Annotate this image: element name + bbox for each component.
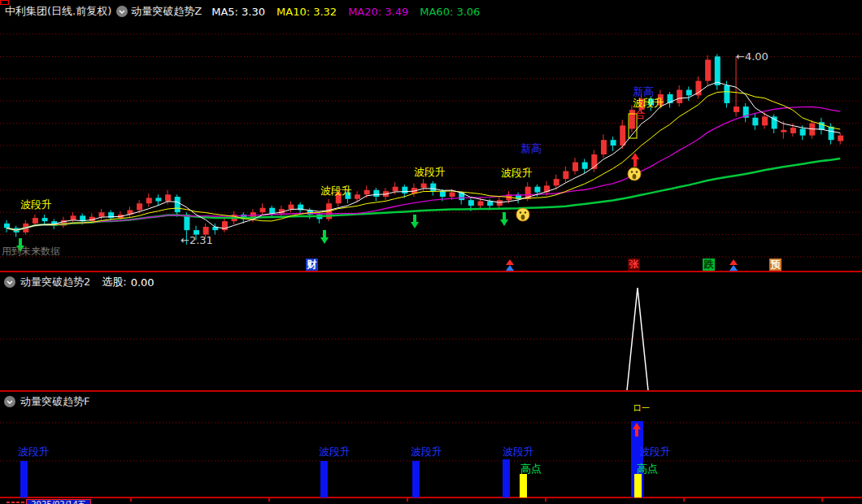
panel2-header: 动量突破趋势2 选股: 0.00 bbox=[4, 275, 155, 289]
chart-background bbox=[0, 0, 862, 504]
candle-body bbox=[146, 198, 152, 203]
candle-body bbox=[393, 187, 398, 191]
candle-body bbox=[734, 106, 739, 112]
candle-body bbox=[648, 98, 654, 105]
status-bar: 2025/02/14五 bbox=[0, 498, 862, 504]
candle-body bbox=[42, 218, 48, 221]
axis-tick bbox=[821, 498, 823, 502]
candle-body bbox=[829, 127, 834, 140]
candlestick-chart[interactable] bbox=[0, 0, 862, 504]
candle-body bbox=[658, 94, 664, 106]
panel3-header: 动量突破趋势F bbox=[4, 394, 89, 409]
select-label: 选股: bbox=[102, 275, 126, 289]
smiley-face-icon bbox=[628, 167, 641, 180]
axis-dash bbox=[21, 502, 24, 503]
ma-value-label: MA60: 3.06 bbox=[420, 6, 480, 18]
panel2-title: 动量突破趋势2 bbox=[20, 275, 90, 289]
stock-title: 中利集团(日线.前复权) bbox=[5, 4, 111, 19]
candle-body bbox=[402, 187, 407, 193]
select-value: 0.00 bbox=[131, 276, 155, 289]
candle-body bbox=[355, 194, 360, 198]
candle-body bbox=[33, 218, 38, 224]
indicator-name: 动量突破趋势Z bbox=[131, 4, 202, 19]
candle-body bbox=[620, 125, 625, 146]
panel3-title: 动量突破趋势F bbox=[20, 394, 89, 409]
smiley-face-icon bbox=[516, 208, 529, 221]
ma-values-row: MA5: 3.30MA10: 3.32MA20: 3.49MA60: 3.06 bbox=[211, 6, 480, 18]
candle-body bbox=[611, 140, 616, 146]
axis-dash bbox=[11, 502, 15, 503]
candle-body bbox=[364, 190, 370, 194]
candle-body bbox=[175, 197, 181, 212]
candle-body bbox=[468, 200, 474, 206]
axis-tick bbox=[683, 498, 685, 502]
candle-body bbox=[450, 193, 455, 197]
chevron-down-icon[interactable] bbox=[116, 6, 128, 17]
candle-body bbox=[478, 202, 484, 206]
candle-body bbox=[601, 140, 607, 154]
ma-value-label: MA5: 3.30 bbox=[211, 6, 265, 18]
candle-body bbox=[639, 98, 645, 110]
candle-body bbox=[165, 194, 171, 201]
stock-app-window: 中利集团(日线.前复权) 动量突破趋势Z MA5: 3.30MA10: 3.32… bbox=[0, 0, 862, 504]
candle-body bbox=[686, 90, 692, 96]
signal-bar-blue bbox=[503, 459, 510, 497]
signal-bar-yellow bbox=[520, 474, 527, 497]
candle-body bbox=[336, 193, 342, 204]
candle-body bbox=[762, 116, 768, 125]
candle-body bbox=[677, 90, 682, 103]
candle-body bbox=[155, 198, 161, 201]
candle-body bbox=[487, 202, 493, 206]
candle-body bbox=[497, 200, 503, 206]
axis-tick bbox=[545, 498, 546, 502]
candle-body bbox=[572, 163, 578, 172]
axis-tick bbox=[407, 498, 408, 502]
candle-body bbox=[752, 118, 758, 126]
candle-body bbox=[563, 172, 568, 180]
candle-body bbox=[838, 136, 843, 141]
candle-body bbox=[440, 191, 446, 197]
signal-bar-blue bbox=[320, 461, 328, 497]
signal-bar-blue bbox=[20, 461, 28, 497]
axis-tick bbox=[268, 498, 270, 502]
candle-body bbox=[582, 163, 588, 169]
title-bar: 中利集团(日线.前复权) 动量突破趋势Z MA5: 3.30MA10: 3.32… bbox=[0, 0, 862, 23]
candle-body bbox=[373, 190, 379, 197]
ma-value-label: MA10: 3.32 bbox=[276, 6, 337, 18]
chevron-down-icon[interactable] bbox=[4, 396, 15, 407]
candle-body bbox=[430, 184, 436, 192]
signal-bar-yellow bbox=[634, 474, 642, 497]
axis-dash bbox=[16, 502, 20, 503]
ma-value-label: MA20: 3.49 bbox=[348, 6, 408, 18]
signal-bar-blue bbox=[412, 461, 420, 497]
candle-body bbox=[203, 227, 209, 235]
axis-tick bbox=[130, 498, 132, 502]
axis-dash bbox=[7, 502, 10, 503]
candle-body bbox=[194, 230, 199, 234]
candle-body bbox=[781, 130, 786, 133]
date-display[interactable]: 2025/02/14五 bbox=[26, 499, 91, 504]
candle-body bbox=[724, 85, 729, 103]
candle-body bbox=[99, 212, 105, 216]
candle-body bbox=[137, 203, 142, 210]
candle-body bbox=[715, 56, 721, 85]
candle-body bbox=[260, 208, 266, 212]
candle-body bbox=[705, 60, 711, 81]
chevron-down-icon[interactable] bbox=[4, 276, 15, 288]
candle-body bbox=[345, 193, 350, 199]
candle-body bbox=[269, 208, 275, 214]
candle-body bbox=[554, 179, 559, 185]
candle-body bbox=[629, 110, 635, 128]
candle-body bbox=[534, 187, 540, 193]
candle-body bbox=[71, 215, 76, 219]
candle-body bbox=[421, 184, 427, 188]
candle-body bbox=[800, 128, 806, 135]
candle-body bbox=[289, 205, 294, 209]
candle-body bbox=[790, 128, 796, 133]
